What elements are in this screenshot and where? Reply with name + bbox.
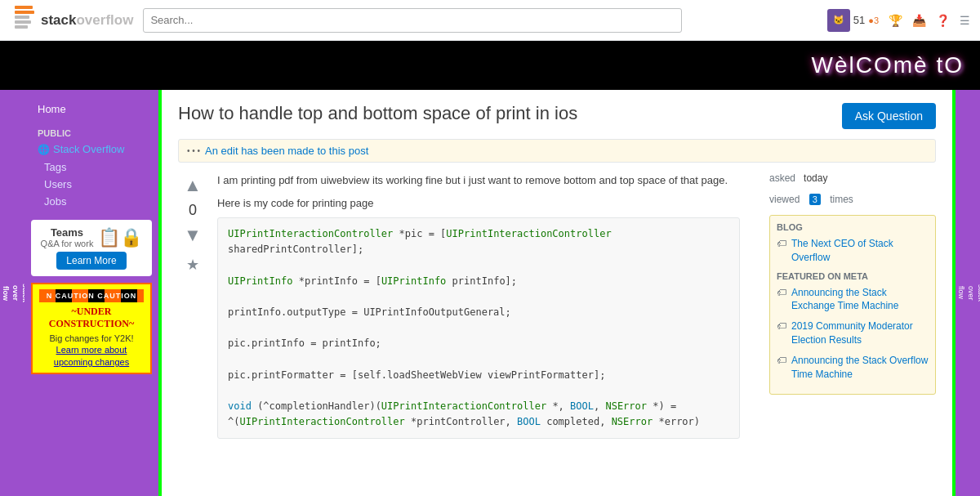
code-line-2 [228, 257, 729, 273]
code-line-8 [228, 352, 729, 368]
y2k-link[interactable]: Learn more about upcoming changes [54, 345, 129, 367]
question-body: I am printing pdf from uiwebview its wor… [217, 172, 740, 439]
asked-label: asked [769, 172, 795, 184]
so-logo-icon [10, 7, 36, 34]
header: stackoverflow 🐱 51 ●3 🏆 📥 ❓ ☰ [0, 0, 980, 41]
featured-item-2: 🏷 2019 Community Moderator Election Resu… [777, 319, 929, 347]
question-title: How to handle top and bottom space of pr… [178, 103, 829, 124]
nav-icons: 🐱 51 ●3 🏆 📥 ❓ ☰ [827, 9, 970, 32]
featured-link-1[interactable]: Announcing the Stack Exchange Time Machi… [791, 286, 929, 314]
code-line-3: UIPrintInfo *printInfo = [UIPrintInfo pr… [228, 274, 729, 289]
favorite-button[interactable]: ★ [180, 252, 206, 278]
viewed-badge: 3 [809, 194, 821, 205]
search-input[interactable] [143, 8, 682, 33]
code-line-7: pic.printInfo = printInfo; [228, 336, 729, 351]
search-box [143, 8, 682, 33]
blog-box: BLOG 🏷 The Next CEO of Stack Overflow FE… [769, 215, 936, 395]
question-vote-body: ▲ 0 ▼ ★ I am printing pdf from uiwebview… [178, 172, 740, 439]
logo-text: stackoverflow [41, 12, 133, 29]
viewed-suffix: times [830, 194, 853, 205]
featured-item-1: 🏷 Announcing the Stack Exchange Time Mac… [777, 286, 929, 314]
notice-dots-icon: • • • [187, 146, 200, 155]
blog-section-title: BLOG [777, 222, 929, 232]
right-sidebar: asked today viewed 3 times BLOG 🏷 [756, 172, 936, 439]
deco-strip-left: stack over flow [0, 90, 24, 496]
construction-text: ~UNDER CONSTRUCTION~ [39, 306, 144, 330]
question-text-2: Here is my code for printing page [217, 195, 740, 212]
code-line-5: printInfo.outputType = UIPrintInfoOutput… [228, 305, 729, 320]
featured-link-3[interactable]: Announcing the Stack Overflow Time Machi… [791, 354, 929, 382]
code-line-6 [228, 320, 729, 336]
sidebar-public-section: PUBLIC 🌐 Stack Overflow Tags Users Jobs [24, 122, 158, 213]
blog-link-1[interactable]: The Next CEO of Stack Overflow [791, 237, 929, 265]
sidebar-item-home[interactable]: Home [31, 100, 152, 118]
ask-question-button[interactable]: Ask Question [842, 103, 936, 129]
content-area: How to handle top and bottom space of pr… [158, 90, 956, 496]
welcome-banner: WèlCOmè tO [0, 41, 980, 90]
asked-info: asked today [769, 172, 936, 184]
code-block: UIPrintInteractionController *pic = [UIP… [217, 217, 740, 439]
asked-val: today [804, 172, 827, 184]
hamburger-icon[interactable]: ☰ [960, 14, 970, 27]
code-line-12: ^(UIPrintInteractionController *printCon… [228, 414, 729, 430]
sidebar-item-so[interactable]: 🌐 Stack Overflow [31, 140, 152, 159]
teams-title: Teams [41, 226, 94, 239]
y2k-text: Big changes for Y2K! [39, 333, 144, 343]
globe-icon: 🌐 [38, 144, 50, 155]
vote-count: 0 [189, 202, 197, 219]
code-line-4 [228, 289, 729, 305]
deco-strip-right: stack over flow [956, 90, 980, 496]
blog-icon-1: 🏷 [777, 238, 786, 249]
sidebar-public-label: PUBLIC [31, 125, 152, 140]
main-container: stack over flow Home PUBLIC 🌐 Stack Over… [0, 90, 980, 496]
inbox-icon[interactable]: 📥 [912, 14, 926, 27]
question-layout: ▲ 0 ▼ ★ I am printing pdf from uiwebview… [178, 172, 936, 439]
blog-item-1: 🏷 The Next CEO of Stack Overflow [777, 237, 929, 265]
help-icon[interactable]: ❓ [936, 14, 950, 27]
dot-badge: ●3 [868, 16, 879, 25]
user-avatar-area[interactable]: 🐱 51 ●3 [827, 9, 879, 32]
code-line-10 [228, 383, 729, 399]
sidebar-item-users[interactable]: Users [31, 176, 152, 193]
notice-link[interactable]: An edit has been made to this post [205, 145, 368, 157]
notice-bar: • • • An edit has been made to this post [178, 139, 936, 163]
welcome-text: WèlCOmè tO [812, 52, 964, 78]
featured-icon-1: 🏷 [777, 287, 786, 298]
question-main: ▲ 0 ▼ ★ I am printing pdf from uiwebview… [178, 172, 740, 439]
teams-sub: Q&A for work [41, 239, 94, 248]
code-line-9: pic.printFormatter = [self.loadSheetWebV… [228, 368, 729, 383]
featured-meta-title: FEATURED ON META [777, 271, 929, 281]
featured-icon-3: 🏷 [777, 355, 786, 366]
vote-column: ▲ 0 ▼ ★ [178, 172, 207, 439]
under-construction-box: N CAUTION CAUTION ~UNDER CONSTRUCTION~ B… [31, 283, 152, 374]
viewed-label: viewed [769, 194, 800, 205]
reputation: 51 [853, 14, 865, 26]
sidebar-item-tags[interactable]: Tags [31, 159, 152, 176]
question-header: How to handle top and bottom space of pr… [178, 103, 936, 129]
logo[interactable]: stackoverflow [10, 7, 133, 34]
featured-item-3: 🏷 Announcing the Stack Overflow Time Mac… [777, 354, 929, 382]
featured-icon-2: 🏷 [777, 320, 786, 332]
avatar: 🐱 [827, 9, 850, 32]
viewed-info: viewed 3 times [769, 194, 936, 205]
code-line-1: UIPrintInteractionController *pic = [UIP… [228, 226, 729, 257]
learn-more-button[interactable]: Learn More [56, 252, 126, 270]
caution-bar: N CAUTION CAUTION [39, 289, 144, 302]
downvote-button[interactable]: ▼ [180, 222, 206, 248]
code-line-11: void (^completionHandler)(UIPrintInterac… [228, 399, 729, 414]
achievements-icon[interactable]: 🏆 [889, 14, 902, 27]
featured-link-2[interactable]: 2019 Community Moderator Election Result… [791, 319, 929, 347]
sidebar-home-section: Home [24, 96, 158, 122]
question-text-1: I am printing pdf from uiwebview its wor… [217, 172, 740, 189]
sidebar: Home PUBLIC 🌐 Stack Overflow Tags Users … [24, 90, 158, 496]
teams-icon: 📋🔒 [98, 227, 142, 248]
sidebar-item-jobs[interactable]: Jobs [31, 193, 152, 210]
teams-box: Teams Q&A for work 📋🔒 Learn More [31, 220, 152, 276]
upvote-button[interactable]: ▲ [180, 172, 206, 199]
